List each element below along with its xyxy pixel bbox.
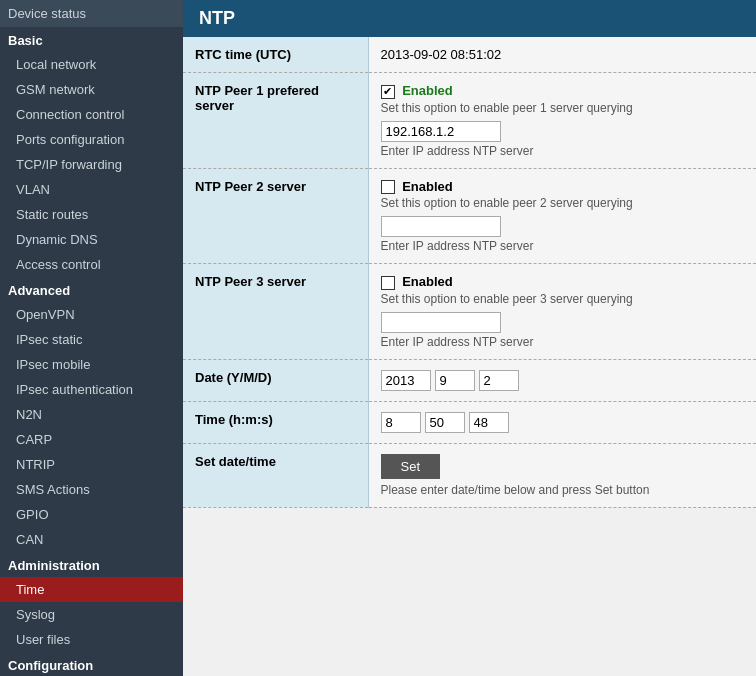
ntp-peer1-row: NTP Peer 1 prefered server Enabled Set t…: [183, 73, 756, 169]
set-datetime-label: Set date/time: [183, 443, 368, 507]
sidebar-item-local-network[interactable]: Local network: [0, 52, 183, 77]
ntp-peer1-ip-section: Enter IP address NTP server: [381, 121, 745, 158]
ntp-peer2-hint: Set this option to enable peer 2 server …: [381, 196, 745, 210]
time-content: [368, 401, 756, 443]
sidebar-item-can[interactable]: CAN: [0, 527, 183, 552]
sidebar-item-openvpn[interactable]: OpenVPN: [0, 302, 183, 327]
ntp-peer2-ip-input[interactable]: [381, 216, 501, 237]
ntp-peer3-ip-section: Enter IP address NTP server: [381, 312, 745, 349]
ntp-peer1-hint: Set this option to enable peer 1 server …: [381, 101, 745, 115]
set-datetime-content: Set Please enter date/time below and pre…: [368, 443, 756, 507]
ntp-peer2-enabled: Enabled: [381, 179, 745, 195]
date-content: [368, 359, 756, 401]
date-year-input[interactable]: [381, 370, 431, 391]
ntp-peer1-checkbox-icon[interactable]: [381, 85, 395, 99]
ntp-peer3-hint: Set this option to enable peer 3 server …: [381, 292, 745, 306]
sidebar-section-advanced: Advanced: [0, 277, 183, 302]
ntp-peer3-content: Enabled Set this option to enable peer 3…: [368, 264, 756, 360]
ntp-peer1-label: NTP Peer 1 prefered server: [183, 73, 368, 169]
config-table: RTC time (UTC) 2013-09-02 08:51:02 NTP P…: [183, 37, 756, 508]
sidebar-item-vlan[interactable]: VLAN: [0, 177, 183, 202]
date-day-input[interactable]: [479, 370, 519, 391]
page-title: NTP: [183, 0, 756, 37]
ntp-peer2-content: Enabled Set this option to enable peer 2…: [368, 168, 756, 264]
ntp-peer3-checkbox-icon[interactable]: [381, 276, 395, 290]
sidebar-item-static-routes[interactable]: Static routes: [0, 202, 183, 227]
sidebar-item-ports-configuration[interactable]: Ports configuration: [0, 127, 183, 152]
ntp-peer3-enabled: Enabled: [381, 274, 745, 290]
ntp-peer1-ip-hint: Enter IP address NTP server: [381, 144, 745, 158]
set-datetime-hint: Please enter date/time below and press S…: [381, 483, 745, 497]
sidebar-item-syslog[interactable]: Syslog: [0, 602, 183, 627]
sidebar-item-access-control[interactable]: Access control: [0, 252, 183, 277]
sidebar-item-device-status[interactable]: Device status: [0, 0, 183, 27]
set-button[interactable]: Set: [381, 454, 441, 479]
sidebar-item-time[interactable]: Time: [0, 577, 183, 602]
sidebar-item-ipsec-auth[interactable]: IPsec authentication: [0, 377, 183, 402]
time-label: Time (h:m:s): [183, 401, 368, 443]
ntp-peer3-ip-input[interactable]: [381, 312, 501, 333]
ntp-peer3-label: NTP Peer 3 server: [183, 264, 368, 360]
sidebar-item-connection-control[interactable]: Connection control: [0, 102, 183, 127]
sidebar-item-user-files[interactable]: User files: [0, 627, 183, 652]
sidebar-item-carp[interactable]: CARP: [0, 427, 183, 452]
time-m-input[interactable]: [425, 412, 465, 433]
sidebar-item-tcpip-forwarding[interactable]: TCP/IP forwarding: [0, 152, 183, 177]
sidebar-item-dynamic-dns[interactable]: Dynamic DNS: [0, 227, 183, 252]
ntp-peer1-content: Enabled Set this option to enable peer 1…: [368, 73, 756, 169]
ntp-peer2-ip-section: Enter IP address NTP server: [381, 216, 745, 253]
ntp-peer3-enabled-label: Enabled: [402, 274, 453, 289]
date-row: Date (Y/M/D): [183, 359, 756, 401]
main-content: NTP RTC time (UTC) 2013-09-02 08:51:02 N…: [183, 0, 756, 676]
ntp-peer3-ip-hint: Enter IP address NTP server: [381, 335, 745, 349]
ntp-peer2-enabled-label: Enabled: [402, 179, 453, 194]
rtc-time-label: RTC time (UTC): [183, 37, 368, 73]
ntp-peer1-enabled-label: Enabled: [402, 83, 453, 98]
time-row: Time (h:m:s): [183, 401, 756, 443]
sidebar-item-sms-actions[interactable]: SMS Actions: [0, 477, 183, 502]
ntp-peer2-ip-hint: Enter IP address NTP server: [381, 239, 745, 253]
time-s-input[interactable]: [469, 412, 509, 433]
ntp-peer2-label: NTP Peer 2 server: [183, 168, 368, 264]
ntp-peer2-checkbox-icon[interactable]: [381, 180, 395, 194]
rtc-time-row: RTC time (UTC) 2013-09-02 08:51:02: [183, 37, 756, 73]
sidebar-item-ipsec-static[interactable]: IPsec static: [0, 327, 183, 352]
sidebar-item-ntrip[interactable]: NTRIP: [0, 452, 183, 477]
sidebar-item-ipsec-mobile[interactable]: IPsec mobile: [0, 352, 183, 377]
sidebar: Device status Basic Local network GSM ne…: [0, 0, 183, 676]
rtc-time-value: 2013-09-02 08:51:02: [368, 37, 756, 73]
content-area: RTC time (UTC) 2013-09-02 08:51:02 NTP P…: [183, 37, 756, 508]
date-label: Date (Y/M/D): [183, 359, 368, 401]
sidebar-section-basic: Basic: [0, 27, 183, 52]
sidebar-item-n2n[interactable]: N2N: [0, 402, 183, 427]
sidebar-item-gpio[interactable]: GPIO: [0, 502, 183, 527]
ntp-peer1-enabled: Enabled: [381, 83, 745, 99]
ntp-peer1-ip-input[interactable]: [381, 121, 501, 142]
ntp-peer2-row: NTP Peer 2 server Enabled Set this optio…: [183, 168, 756, 264]
time-h-input[interactable]: [381, 412, 421, 433]
sidebar-item-gsm-network[interactable]: GSM network: [0, 77, 183, 102]
sidebar-section-administration: Administration: [0, 552, 183, 577]
set-datetime-row: Set date/time Set Please enter date/time…: [183, 443, 756, 507]
date-month-input[interactable]: [435, 370, 475, 391]
sidebar-section-configuration: Configuration: [0, 652, 183, 676]
time-input-group: [381, 412, 745, 433]
date-input-group: [381, 370, 745, 391]
ntp-peer3-row: NTP Peer 3 server Enabled Set this optio…: [183, 264, 756, 360]
